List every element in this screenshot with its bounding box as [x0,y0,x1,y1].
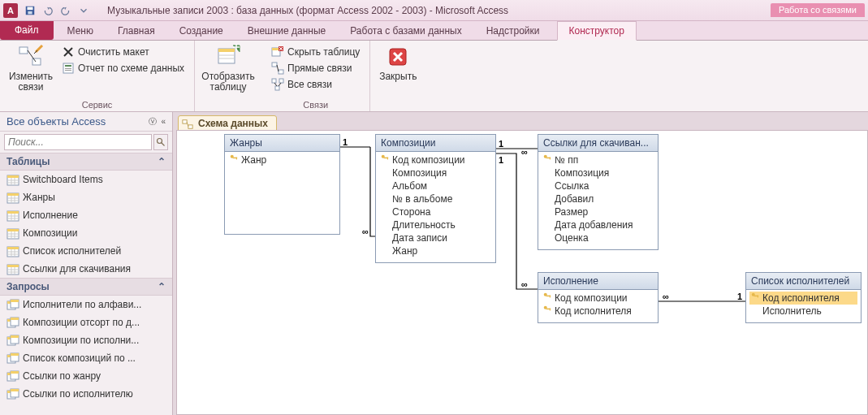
svg-rect-17 [279,70,283,74]
table-field[interactable]: № в альбоме [379,192,492,205]
tab-home[interactable]: Главная [106,21,167,40]
table-field[interactable]: Код композиции [542,292,654,305]
direct-relations-button[interactable]: Прямые связи [270,60,361,76]
nav-header[interactable]: Все объекты Access ⓥ « [0,112,172,132]
title-bar: A Музыкальные записи 2003 : база данных … [0,0,868,21]
svg-rect-37 [7,211,19,214]
svg-rect-75 [11,353,19,356]
tab-addins[interactable]: Надстройки [474,21,552,40]
nav-section-tables[interactable]: Таблицы ⌃ [0,153,172,171]
nav-query-item[interactable]: Ссылки по исполнителю [0,385,172,403]
group-relations-label: Связи [266,100,365,111]
tab-external[interactable]: Внешние данные [235,21,339,40]
nav-table-item[interactable]: Switchboard Items [0,171,172,188]
nav-query-item[interactable]: Композиции отсорт по д... [0,313,172,331]
show-table-button[interactable]: Отобразить таблицу [200,42,257,94]
tab-database[interactable]: Работа с базами данных [338,21,473,40]
svg-rect-6 [65,65,71,67]
all-relations-label: Все связи [287,79,332,90]
svg-rect-1 [28,6,33,10]
table-field[interactable]: Оценка [542,231,654,244]
table-field[interactable]: Жанр [228,153,336,166]
edit-relations-label: Изменить связи [9,71,53,93]
file-tab[interactable]: Файл [0,21,54,40]
svg-rect-79 [11,371,19,374]
collapse-icon: ⌃ [158,281,166,292]
table-title: Исполнение [538,273,658,290]
window-title: Музыкальные записи 2003 : база данных (ф… [107,5,508,16]
table-field[interactable]: Композиция [379,166,492,179]
nav-table-item[interactable]: Жанры [0,188,172,206]
table-ssylki[interactable]: Ссылки для скачиван...№ ппКомпозицияСсыл… [538,134,659,250]
tab-create[interactable]: Создание [167,21,235,40]
svg-rect-10 [218,49,235,52]
table-field[interactable]: Композиция [542,166,654,179]
table-title: Жанры [225,135,339,152]
ribbon: Изменить связи Очистить макет Отчет по с… [0,41,868,112]
nav-section-queries[interactable]: Запросы ⌃ [0,278,172,296]
nav-table-item[interactable]: Исполнение [0,206,172,224]
nav-table-item[interactable]: Композиции [0,224,172,242]
table-field[interactable]: Ссылка [542,179,654,192]
svg-rect-19 [279,79,283,83]
table-field[interactable]: Код композиции [379,153,492,166]
table-field[interactable]: Альбом [379,179,492,192]
relationships-canvas[interactable]: 1 ∞ 1 ∞ 1 ∞ ∞ 1 ЖанрыЖанр КомпозицииКод … [176,130,868,415]
table-field[interactable]: Дата записи [379,231,492,244]
svg-rect-102 [387,158,388,160]
key-icon [230,154,241,166]
ribbon-group-service: Изменить связи Очистить макет Отчет по с… [0,41,195,111]
search-icon[interactable] [153,134,168,150]
hide-table-button[interactable]: Скрыть таблицу [270,44,361,60]
tab-menu[interactable]: Меню [55,21,106,40]
table-ispolnenie[interactable]: ИсполнениеКод композицииКод исполнителя [538,272,659,323]
table-zhanry[interactable]: ЖанрыЖанр [224,134,340,235]
table-field[interactable]: Код исполнителя [542,305,654,318]
tab-design[interactable]: Конструктор [557,21,637,41]
nav-query-item[interactable]: Композиции по исполни... [0,331,172,349]
key-icon [543,154,555,166]
table-field[interactable]: Добавил [542,192,654,205]
nav-table-item[interactable]: Ссылки для скачивания [0,260,172,278]
nav-section-queries-label: Запросы [6,281,50,292]
close-label: Закрыть [379,71,417,82]
svg-point-22 [158,139,162,144]
table-field[interactable]: Размер [542,205,654,218]
document-tab[interactable]: Схема данных [178,115,277,132]
qat-save-icon[interactable] [22,3,38,18]
table-title: Ссылки для скачиван... [538,135,658,152]
qat-redo-icon[interactable] [58,3,74,18]
nav-query-item[interactable]: Исполнители по алфави... [0,296,172,313]
ribbon-group-close: Закрыть [370,41,425,111]
app-icon[interactable]: A [3,3,18,18]
table-kompozicii[interactable]: КомпозицииКод композицииКомпозицияАльбом… [375,134,496,263]
edit-relations-button[interactable]: Изменить связи [5,42,57,94]
nav-search-input[interactable] [4,134,152,150]
nav-query-item[interactable]: Список композиций по ... [0,349,172,367]
relations-report-button[interactable]: Отчет по схеме данных [60,60,186,76]
svg-text:∞: ∞ [362,227,369,236]
table-spisok[interactable]: Список исполнителейКод исполнителяИсполн… [745,272,862,323]
table-field[interactable]: Дата добавления [542,218,654,231]
all-relations-button[interactable]: Все связи [270,76,361,93]
nav-table-item[interactable]: Список исполнителей [0,242,172,260]
nav-query-item[interactable]: Ссылки по жанру [0,367,172,385]
table-field[interactable]: Длительность [379,218,492,231]
qat-customize-icon[interactable] [76,3,92,18]
table-field[interactable]: № пп [542,153,654,166]
table-title: Композиции [376,135,495,152]
table-field[interactable]: Жанр [379,244,492,257]
svg-rect-99 [236,158,237,160]
svg-rect-31 [7,193,19,196]
clear-layout-button[interactable]: Очистить макет [60,44,186,60]
qat-undo-icon[interactable] [40,3,56,18]
close-button[interactable]: Закрыть [375,42,421,84]
svg-rect-85 [188,125,192,128]
table-field[interactable]: Сторона [379,205,492,218]
table-field[interactable]: Исполнитель [749,305,857,318]
direct-relations-label: Прямые связи [287,63,352,74]
table-field[interactable]: Код исполнителя [749,292,857,305]
ribbon-group-show: Отобразить таблицу [195,41,261,111]
svg-rect-20 [275,86,279,90]
nav-collapse-icon[interactable]: ⓥ « [149,116,166,128]
